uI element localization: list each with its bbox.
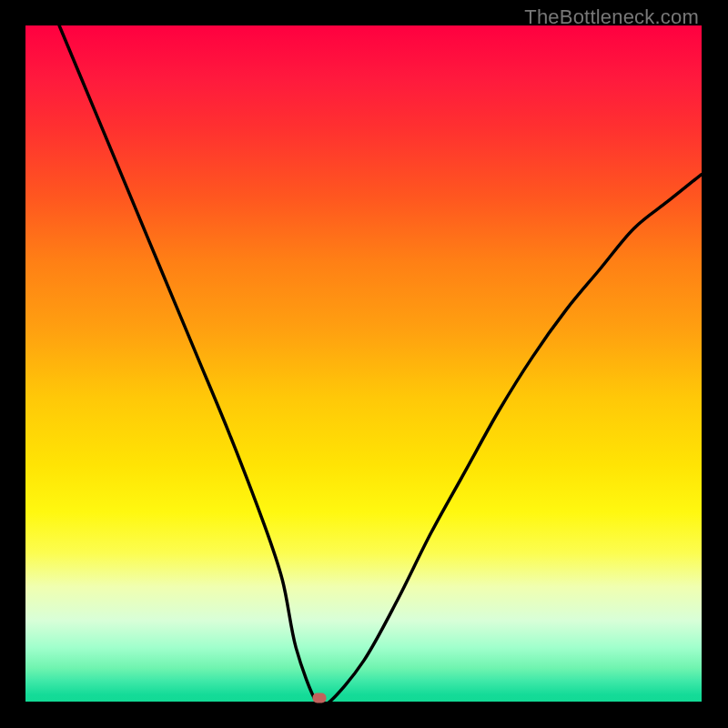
watermark-text: TheBottleneck.com — [524, 5, 699, 29]
valley-marker — [313, 693, 327, 703]
chart-curve — [25, 25, 702, 702]
